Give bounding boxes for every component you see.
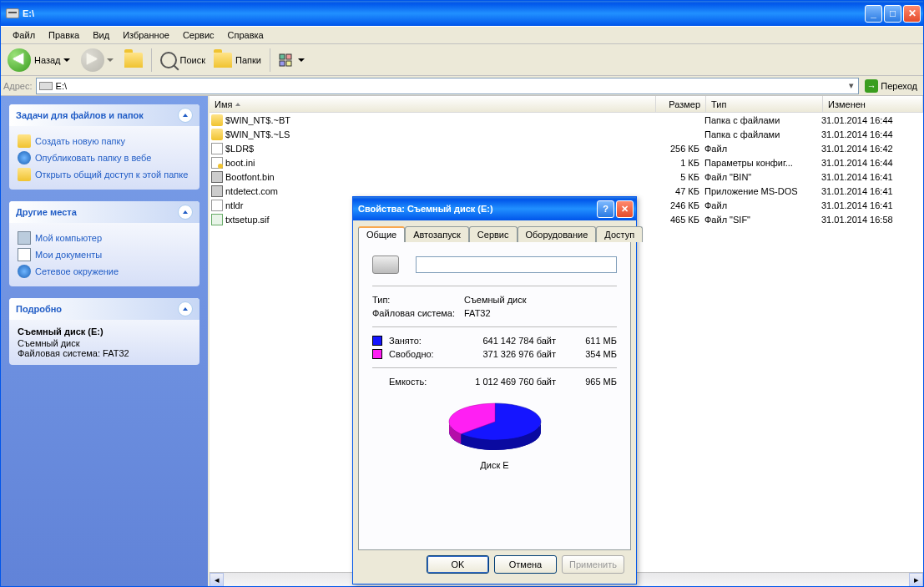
txt-icon — [211, 214, 223, 225]
apply-button[interactable]: Применить — [562, 555, 624, 574]
used-color-swatch — [372, 336, 382, 346]
folder-up-icon — [124, 53, 143, 68]
folder-icon — [214, 53, 232, 68]
svg-rect-1 — [286, 54, 291, 59]
menu-help[interactable]: Справка — [221, 28, 270, 42]
close-button[interactable]: ✕ — [903, 5, 921, 23]
back-icon: ⯇ — [8, 48, 31, 72]
details-name: Съемный диск (E:) — [18, 326, 191, 337]
place-my-documents[interactable]: Мои документы — [18, 246, 191, 263]
search-button[interactable]: Поиск — [157, 50, 209, 70]
task-new-folder[interactable]: Создать новую папку — [18, 133, 191, 149]
bin-icon — [211, 185, 223, 197]
web-icon — [18, 151, 31, 164]
panel-title: Подробно — [16, 304, 62, 314]
col-type[interactable]: Тип — [706, 96, 823, 112]
col-date[interactable]: Изменен — [823, 96, 923, 112]
up-button[interactable] — [121, 51, 146, 69]
file-icon — [211, 200, 223, 211]
dialog-close-button[interactable]: ✕ — [616, 200, 634, 218]
column-headers: Имя Размер Тип Изменен — [210, 96, 923, 113]
menu-view[interactable]: Вид — [86, 28, 116, 42]
tab-hardware[interactable]: Оборудование — [518, 226, 597, 242]
task-publish-web[interactable]: Опубликовать папку в вебе — [18, 149, 191, 166]
menu-tools[interactable]: Сервис — [176, 28, 221, 42]
place-my-computer[interactable]: Мой компьютер — [18, 230, 191, 246]
chevron-down-icon — [63, 58, 70, 62]
minimize-button[interactable]: _ — [865, 5, 882, 23]
file-row[interactable]: $WIN_NT$.~BTПапка с файлами31.01.2014 16… — [210, 113, 923, 127]
drive-icon — [6, 8, 19, 18]
collapse-button[interactable] — [178, 108, 193, 123]
chevron-down-icon — [298, 58, 305, 62]
collapse-button[interactable] — [178, 301, 193, 316]
panel-title: Задачи для файлов и папок — [16, 110, 144, 120]
tab-sharing[interactable]: Доступ — [596, 226, 643, 242]
scroll-left-button[interactable]: ◂ — [210, 573, 224, 586]
menu-file[interactable]: Файл — [6, 28, 42, 42]
file-row[interactable]: boot.ini1 КБПараметры конфиг...31.01.201… — [210, 155, 923, 170]
menu-edit[interactable]: Правка — [42, 28, 86, 42]
details-fs: Файловая система: FAT32 — [18, 348, 191, 358]
details-type: Съемный диск — [18, 338, 191, 348]
tasks-panel: Задачи для файлов и папок Создать новую … — [9, 104, 199, 190]
disk-usage-pie — [432, 397, 558, 455]
file-row[interactable]: $LDR$256 КБФайл31.01.2014 16:42 — [210, 141, 923, 155]
folder-icon — [211, 114, 223, 126]
task-share[interactable]: Открыть общий доступ к этой папке — [18, 166, 191, 183]
toolbar: ⯇ Назад ⯈ Поиск Папки — [1, 44, 923, 76]
address-label: Адрес: — [3, 81, 33, 91]
go-button[interactable]: → Переход — [861, 78, 921, 94]
scroll-right-button[interactable]: ▸ — [909, 573, 923, 586]
free-space-row: Свободно: 371 326 976 байт 354 МБ — [372, 347, 617, 361]
file-row[interactable]: $WIN_NT$.~LSПапка с файлами31.01.2014 16… — [210, 127, 923, 141]
col-name[interactable]: Имя — [210, 96, 656, 112]
window-title: E:\ — [23, 8, 863, 18]
sidebar: Задачи для файлов и папок Создать новую … — [1, 96, 208, 586]
maximize-button[interactable]: □ — [884, 5, 901, 23]
tab-general[interactable]: Общие — [358, 226, 405, 242]
folders-button[interactable]: Папки — [210, 51, 265, 69]
pie-label: Диск E — [372, 460, 617, 470]
col-size[interactable]: Размер — [656, 96, 706, 112]
drive-icon — [372, 256, 399, 274]
tab-content: Тип:Съемный диск Файловая система:FAT32 … — [358, 241, 631, 550]
views-button[interactable] — [275, 52, 311, 68]
back-button[interactable]: ⯇ Назад — [4, 47, 76, 73]
svg-rect-2 — [280, 61, 285, 66]
svg-rect-0 — [280, 54, 285, 59]
tab-tools[interactable]: Сервис — [469, 226, 518, 242]
network-icon — [18, 265, 31, 278]
dialog-titlebar: Свойства: Съемный диск (E:) ? ✕ — [353, 197, 636, 220]
share-icon — [18, 168, 31, 181]
ok-button[interactable]: OK — [427, 555, 489, 574]
dialog-title: Свойства: Съемный диск (E:) — [358, 204, 595, 214]
computer-icon — [18, 231, 31, 245]
ini-icon — [211, 157, 223, 169]
drive-icon — [39, 82, 53, 90]
cancel-button[interactable]: Отмена — [494, 555, 557, 574]
help-button[interactable]: ? — [597, 200, 614, 218]
panel-title: Другие места — [16, 207, 77, 217]
tab-autorun[interactable]: Автозапуск — [405, 226, 469, 242]
details-panel: Подробно Съемный диск (E:) Съемный диск … — [9, 298, 199, 365]
address-input[interactable]: E:\ ▾ — [36, 78, 860, 94]
file-row[interactable]: Bootfont.bin5 КБФайл "BIN"31.01.2014 16:… — [210, 170, 923, 184]
forward-button[interactable]: ⯈ — [78, 47, 119, 73]
menu-favorites[interactable]: Избранное — [116, 28, 176, 42]
volume-label-input[interactable] — [416, 256, 617, 273]
collapse-button[interactable] — [178, 205, 193, 220]
svg-rect-3 — [286, 61, 291, 66]
file-icon — [211, 143, 223, 154]
chevron-down-icon[interactable]: ▾ — [849, 80, 856, 91]
capacity-row: Емкость: 1 012 469 760 байт 965 МБ — [372, 375, 617, 388]
place-network[interactable]: Сетевое окружение — [18, 263, 191, 280]
views-icon — [279, 53, 295, 67]
tab-strip: Общие Автозапуск Сервис Оборудование Дос… — [358, 225, 631, 241]
bin-icon — [211, 171, 223, 183]
properties-dialog: Свойства: Съемный диск (E:) ? ✕ Общие Ав… — [352, 196, 637, 584]
menubar: Файл Правка Вид Избранное Сервис Справка — [1, 26, 923, 44]
free-color-swatch — [372, 349, 382, 359]
places-panel: Другие места Мой компьютер Мои документы… — [9, 201, 199, 286]
titlebar: E:\ _ □ ✕ — [1, 1, 923, 26]
